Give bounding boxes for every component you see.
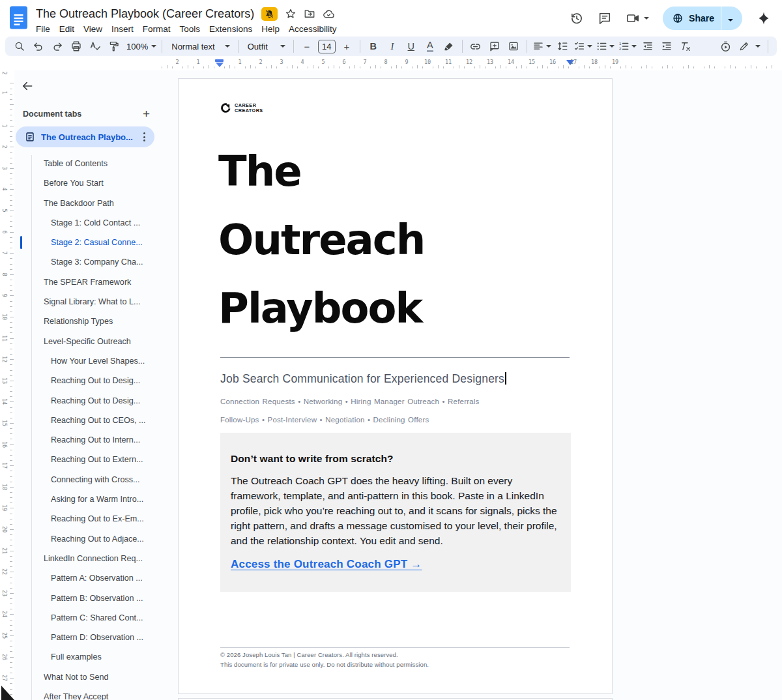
menu-insert[interactable]: Insert [107, 23, 138, 35]
ruler-number: 1 [1, 122, 8, 130]
outline-item[interactable]: Asking for a Warm Intro... [14, 489, 159, 509]
align-button[interactable] [532, 38, 551, 54]
decrease-font-size-button[interactable]: − [299, 38, 315, 54]
search-menus-button[interactable] [12, 38, 27, 54]
insert-link-button[interactable] [468, 38, 484, 54]
numbered-list-button[interactable]: 12 [618, 38, 637, 54]
increase-indent-button[interactable] [659, 38, 674, 54]
outline-item[interactable]: After They Accept [14, 687, 159, 700]
add-comment-button[interactable] [487, 38, 502, 54]
increase-font-size-button[interactable]: + [339, 38, 355, 54]
outline-item[interactable]: Level-Specific Outreach [14, 332, 159, 351]
active-document-tab[interactable]: The Outreach Playbo... [16, 126, 154, 147]
share-button[interactable]: Share [663, 7, 742, 30]
outline-item[interactable]: Pattern A: Observation ... [14, 568, 159, 588]
share-dropdown-button[interactable] [721, 12, 740, 24]
outline-item[interactable]: Reaching Out to Desig... [14, 371, 159, 390]
outline-item[interactable]: Signal Library: What to L... [14, 292, 159, 312]
outline-item[interactable]: How Your Level Shapes... [14, 351, 159, 371]
outline-item[interactable]: The SPEAR Framework [14, 272, 159, 292]
motion-presence-icon[interactable] [717, 38, 733, 54]
ruler-number: 18 [591, 59, 598, 65]
ruler-tick [10, 604, 12, 604]
outreach-coach-gpt-link[interactable]: Access the Outreach Coach GPT → [231, 558, 422, 571]
outline-item[interactable]: Reaching Out to Intern... [14, 430, 159, 450]
notifications-off-badge[interactable] [261, 7, 278, 21]
cloud-status-icon[interactable] [323, 8, 335, 20]
clear-formatting-button[interactable] [678, 38, 693, 54]
outline-item[interactable]: Table of Contents [14, 154, 159, 173]
outline-item[interactable]: Stage 2: Casual Conne... [14, 233, 159, 252]
line-spacing-button[interactable] [555, 38, 570, 54]
italic-button[interactable]: I [384, 38, 400, 54]
redo-button[interactable] [50, 38, 65, 54]
menu-help[interactable]: Help [257, 23, 284, 35]
ruler-tick [10, 354, 12, 355]
gemini-sparkle-icon[interactable] [756, 10, 772, 26]
ruler-tick [10, 290, 12, 291]
active-tab-label: The Outreach Playbo... [41, 132, 139, 142]
ruler-tick [10, 635, 14, 636]
text-color-button[interactable]: A [422, 38, 438, 54]
outline-item[interactable]: Pattern D: Observation ... [14, 628, 159, 647]
paint-format-button[interactable] [106, 38, 122, 54]
bold-button[interactable]: B [366, 38, 381, 54]
paragraph-style-select[interactable]: Normal text [167, 38, 232, 54]
outline-item[interactable]: Pattern C: Shared Cont... [14, 608, 159, 628]
outline-item[interactable]: What Not to Send [14, 667, 159, 687]
left-indent-marker[interactable] [216, 63, 224, 67]
outline-item[interactable]: The Backdoor Path [14, 194, 159, 213]
ruler-number: 9 [1, 291, 8, 299]
outline-item[interactable]: Reaching Out to Extern... [14, 450, 159, 469]
menu-extensions[interactable]: Extensions [205, 23, 257, 35]
ruler-tick [10, 572, 14, 572]
outline-item[interactable]: Reaching Out to Desig... [14, 391, 159, 411]
editing-mode-select[interactable] [738, 38, 760, 54]
first-line-indent-marker[interactable] [215, 59, 224, 62]
version-history-icon[interactable] [570, 11, 584, 25]
ruler-tick [10, 487, 14, 488]
star-icon[interactable] [285, 8, 297, 20]
comments-icon[interactable] [598, 11, 612, 25]
outline-item[interactable]: Full examples [14, 647, 159, 667]
document-title[interactable]: The Outreach Playbook (Career Creators) [36, 7, 254, 21]
menu-file[interactable]: File [31, 23, 55, 35]
outline-item[interactable]: LinkedIn Connection Req... [14, 549, 159, 568]
outline-item[interactable]: Relationship Types [14, 312, 159, 331]
outline-item[interactable]: Before You Start [14, 173, 159, 193]
print-button[interactable] [68, 38, 84, 54]
decrease-indent-button[interactable] [640, 38, 656, 54]
outline-item[interactable]: Reaching Out to Adjace... [14, 529, 159, 549]
spell-check-button[interactable] [87, 38, 103, 54]
tab-options-kebab-icon[interactable] [139, 132, 154, 141]
bulleted-list-button[interactable] [596, 38, 615, 54]
menu-format[interactable]: Format [138, 23, 175, 35]
font-size-input[interactable]: 14 [318, 40, 336, 53]
document-page[interactable]: CAREER CREATORS The Outreach Playbook Jo… [178, 78, 613, 694]
video-call-button[interactable] [626, 11, 649, 25]
horizontal-ruler[interactable]: 2112345678910111213141516171819 [0, 57, 782, 70]
outline-item[interactable]: Stage 3: Company Cha... [14, 252, 159, 272]
google-docs-logo-icon[interactable] [10, 6, 27, 29]
outline-item[interactable]: Pattern B: Observation ... [14, 589, 159, 608]
outline-item[interactable]: Reaching Out to CEOs, ... [14, 411, 159, 430]
back-arrow-button[interactable] [20, 78, 35, 94]
add-tab-button[interactable]: + [140, 108, 152, 120]
font-select[interactable]: Outfit [244, 38, 288, 54]
vertical-ruler[interactable]: 2112345678910111213141516171819202122232… [0, 70, 14, 700]
outline-item[interactable]: Connecting with Cross... [14, 470, 159, 489]
outline-item[interactable]: Stage 1: Cold Contact ... [14, 213, 159, 233]
menu-tools[interactable]: Tools [175, 23, 205, 35]
checklist-button[interactable] [573, 38, 592, 54]
underline-button[interactable]: U [403, 38, 419, 54]
outline-item[interactable]: Reaching Out to Ex-Em... [14, 509, 159, 529]
ruler-tick [10, 423, 14, 424]
highlight-color-button[interactable] [441, 38, 457, 54]
menu-accessibility[interactable]: Accessibility [284, 23, 341, 35]
undo-button[interactable] [31, 38, 46, 54]
move-folder-icon[interactable] [304, 8, 315, 20]
menu-view[interactable]: View [79, 23, 107, 35]
zoom-select[interactable]: 100% [125, 38, 156, 54]
insert-image-button[interactable] [506, 38, 521, 54]
menu-edit[interactable]: Edit [55, 23, 79, 35]
